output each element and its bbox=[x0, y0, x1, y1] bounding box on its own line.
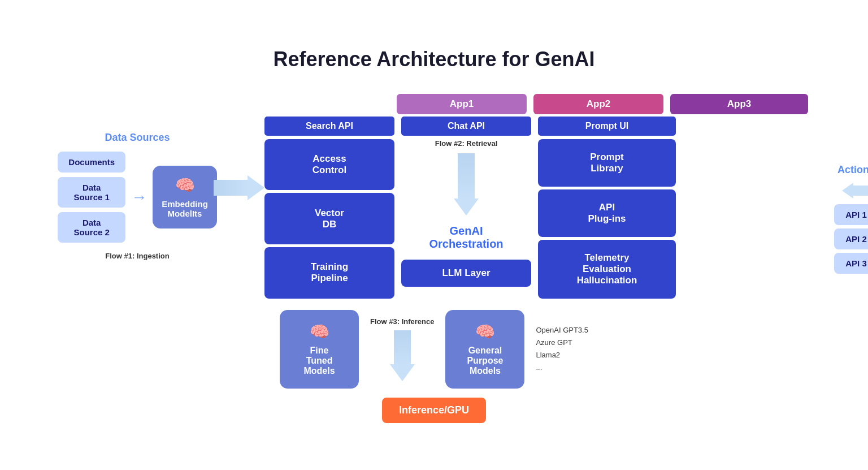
general-purpose-box: 🧠 General Purpose Models bbox=[445, 310, 524, 389]
app1-badge: App1 bbox=[397, 94, 527, 114]
left-section: Data Sources Documents Data Source 1 Dat… bbox=[61, 132, 214, 260]
access-control-box: Access Control bbox=[264, 139, 394, 191]
flow3-label: Flow #3: Inference bbox=[370, 317, 434, 326]
flow2-arrowhead bbox=[454, 199, 479, 215]
actions-title: Actions bbox=[837, 164, 868, 176]
api3-item: API 3 bbox=[834, 253, 868, 274]
data-source-documents: Documents bbox=[58, 152, 125, 173]
search-col: Access Control Vector DB Training Pipeli… bbox=[264, 139, 394, 299]
diagram-body: Data Sources Documents Data Source 1 Dat… bbox=[61, 94, 807, 299]
genai-box: GenAI Orchestration bbox=[429, 225, 503, 251]
brain-icon: 🧠 bbox=[175, 176, 195, 195]
prompt-col: Prompt Library API Plug-ins Telemetry Ev… bbox=[538, 139, 676, 299]
inference-badge: Inference/GPU bbox=[382, 398, 486, 423]
vector-db-box: Vector DB bbox=[264, 193, 394, 244]
page-title: Reference Architecture for GenAI bbox=[61, 48, 807, 71]
flow2-arrow bbox=[454, 153, 479, 215]
chat-col: Flow #2: Retrieval GenAI Orchestration L… bbox=[401, 139, 531, 299]
brain-icon-3: 🧠 bbox=[475, 322, 495, 341]
training-pipeline-box: Training Pipeline bbox=[264, 247, 394, 299]
data-sources-title: Data Sources bbox=[105, 132, 170, 144]
left-content: Documents Data Source 1 Data Source 2 → … bbox=[58, 152, 217, 243]
embedding-label: Embedding ModelIts bbox=[162, 199, 208, 218]
ingestion-arrow bbox=[214, 175, 264, 200]
arrow-shaft bbox=[214, 180, 248, 196]
app3-badge: App3 bbox=[670, 94, 808, 114]
actions-arrow bbox=[842, 183, 868, 199]
apps-row: App1 App2 App3 bbox=[264, 94, 808, 114]
bottom-layout: 🧠 Fine Tuned Models Flow #3: Inference 🧠… bbox=[61, 310, 807, 423]
model-list: OpenAI GPT3.5 Azure GPT Llama2 ... bbox=[536, 324, 588, 374]
flow3-shaft bbox=[394, 330, 411, 364]
api2-item: API 2 bbox=[834, 228, 868, 249]
data-source-2: Data Source 2 bbox=[58, 212, 125, 243]
flow1-label: Flow #1: Ingestion bbox=[105, 252, 169, 260]
flow3-arrowhead bbox=[390, 364, 415, 381]
flow3-arrow bbox=[390, 330, 415, 381]
embedding-box: 🧠 Embedding ModelIts bbox=[153, 166, 217, 228]
search-api-badge: Search API bbox=[264, 117, 394, 136]
arrow-right-big bbox=[214, 175, 264, 200]
arrow-to-embedding: → bbox=[131, 188, 147, 206]
general-label: General Purpose Models bbox=[467, 346, 503, 376]
app2-badge: App2 bbox=[533, 94, 663, 114]
api-plugins-box: API Plug-ins bbox=[538, 189, 676, 237]
arrow-left-head bbox=[842, 183, 853, 199]
llm-box: LLM Layer bbox=[401, 260, 531, 287]
middle-section: App1 App2 App3 Search API Chat API Promp… bbox=[264, 94, 808, 299]
prompt-library-box: Prompt Library bbox=[538, 139, 676, 187]
chat-api-badge: Chat API bbox=[401, 117, 531, 136]
apis-row: Search API Chat API Prompt UI bbox=[264, 117, 808, 136]
brain-icon-2: 🧠 bbox=[310, 322, 329, 341]
telemetry-box: Telemetry Evaluation Hallucination bbox=[538, 240, 676, 299]
app1-spacer bbox=[264, 94, 394, 114]
diagram-container: Reference Architecture for GenAI Data So… bbox=[38, 31, 830, 440]
right-section: Actions API 1 API 2 API 3 bbox=[814, 164, 868, 274]
arrow-shaft-h bbox=[853, 186, 868, 196]
prompt-ui-badge: Prompt UI bbox=[538, 117, 676, 136]
main-content-row: Access Control Vector DB Training Pipeli… bbox=[264, 139, 808, 299]
flow2-shaft bbox=[458, 153, 475, 199]
api1-item: API 1 bbox=[834, 204, 868, 225]
arrow-head bbox=[248, 175, 264, 200]
fine-tuned-label: Fine Tuned Models bbox=[303, 346, 335, 376]
fine-tuned-box: 🧠 Fine Tuned Models bbox=[280, 310, 359, 389]
bottom-models-row: 🧠 Fine Tuned Models Flow #3: Inference 🧠… bbox=[280, 310, 588, 389]
data-source-1: Data Source 1 bbox=[58, 177, 125, 208]
flow2-label: Flow #2: Retrieval bbox=[435, 139, 498, 148]
flow3-area: Flow #3: Inference bbox=[370, 317, 434, 381]
data-source-list: Documents Data Source 1 Data Source 2 bbox=[58, 152, 125, 243]
api-list: API 1 API 2 API 3 bbox=[834, 204, 868, 274]
